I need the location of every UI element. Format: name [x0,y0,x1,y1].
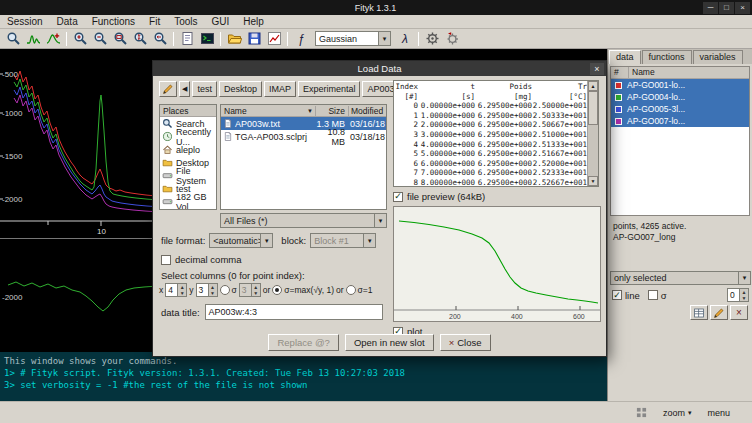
maximize-button[interactable]: □ [719,2,734,14]
places-panel[interactable]: Places Search Recently U... aleplo Deskt… [159,104,217,210]
scroll-down-icon[interactable]: ▼ [588,176,598,186]
arrow-down-icon[interactable]: ▼ [178,290,186,296]
zoom-all-button[interactable] [110,30,130,47]
file-format-select[interactable]: <automatic> ▾ [209,233,273,248]
session-script-button[interactable] [177,30,197,47]
data-title-input[interactable]: AP003w:4:3 [205,304,383,320]
file-icon [223,118,233,129]
column-header-hash[interactable]: # [611,67,629,78]
menu-item-session[interactable]: Session [0,16,50,27]
define-function-button[interactable]: ƒ [291,30,311,47]
close-button[interactable]: × [735,2,750,14]
range-mode-button[interactable] [23,30,43,47]
dataset-row[interactable]: AP-GO001-lo... [611,79,749,91]
grid-toggle-button[interactable] [632,406,651,419]
preview-scrollbar[interactable]: ▲ ▼ [587,81,598,186]
tab-variables[interactable]: variables [693,50,743,64]
save-session-button[interactable] [244,30,264,47]
place-item-recent[interactable]: Recently U... [160,130,216,143]
sigma-checkbox[interactable] [648,290,658,300]
dataset-list[interactable]: # Name AP-GO001-lo... AP-GO004-lo... AP-… [610,66,750,216]
path-segment-test[interactable]: test [192,81,217,97]
point-size-stepper[interactable]: 0 ▲▼ [727,288,749,302]
file-preview-checkbox[interactable]: ✓ [393,192,403,202]
replace-button[interactable]: Replace @? [268,334,338,351]
file-row[interactable]: TGA-AP003.sclprj 10.8 MB 03/18/18 [221,130,386,143]
stepper-arrows[interactable]: ▲▼ [177,284,186,296]
show-table-button[interactable] [690,305,708,320]
file-row[interactable]: AP003w.txt 1.3 MB 03/16/18 [221,117,386,130]
menu-item-gui[interactable]: GUI [205,16,237,27]
titlebar[interactable]: Fityk 1.3.1 ─ □ × [0,0,752,15]
file-list[interactable]: Name▼ Size Modified AP003w.txt 1.3 MB 03… [220,104,387,210]
line-checkbox[interactable]: ✓ [612,290,622,300]
auto-add-button[interactable]: λ [395,30,415,47]
edit-data-button[interactable] [710,305,728,320]
menu-item-functions[interactable]: Functions [85,16,142,27]
add-peak-mode-button[interactable] [43,30,63,47]
undo-fit-button[interactable] [442,30,462,47]
path-segment-desktop[interactable]: Desktop [219,81,262,97]
menu-item-help[interactable]: Help [236,16,271,27]
close-dialog-button[interactable]: ×Close [440,334,491,351]
tab-functions[interactable]: functions [642,50,692,64]
path-segment-imap[interactable]: IMAP [264,81,296,97]
unit-poids: [mg] [475,92,532,102]
zoom-dropdown[interactable]: zoom ▾ [659,407,696,419]
statusbar-menu-button[interactable]: menu [703,407,734,419]
function-type-select[interactable]: Gaussian ▾ [315,31,391,46]
dataset-row[interactable]: AP-GO004-lo... [611,91,749,103]
dialog-titlebar[interactable]: Load Data × [153,61,606,76]
menu-item-fit[interactable]: Fit [142,16,167,27]
x-column-stepper[interactable]: 4▲▼ [165,283,187,297]
run-fit-button[interactable] [422,30,442,47]
column-header-name[interactable]: Name▼ [221,106,315,116]
sigma-column-stepper[interactable]: 3▲▼ [239,283,261,297]
file-filter-select[interactable]: All Files (*) ▾ [220,213,387,228]
zoom-vertical-button[interactable] [130,30,150,47]
type-filename-button[interactable] [159,81,177,97]
zoom-previous-button[interactable] [150,30,170,47]
stepper-arrows[interactable]: ▲▼ [251,284,260,296]
menu-item-tools[interactable]: Tools [167,16,204,27]
y-column-stepper[interactable]: 3▲▼ [196,283,218,297]
dialog-close-button[interactable]: × [590,63,604,75]
arrow-down-icon[interactable]: ▼ [209,290,217,296]
stepper-arrows[interactable]: ▲▼ [739,289,748,301]
scroll-up-icon[interactable]: ▲ [588,81,598,91]
decimal-comma-checkbox[interactable] [161,255,171,265]
x-tick-label: 10 [97,227,106,236]
sigma-one-radio[interactable] [346,285,356,295]
arrow-down-icon[interactable]: ▼ [740,295,748,301]
column-header-modified[interactable]: Modified [348,106,384,116]
path-scroll-left-button[interactable]: ◀ [179,81,190,97]
tab-data[interactable]: data [609,50,641,64]
zoom-in-button[interactable] [70,30,90,47]
minimize-button[interactable]: ─ [703,2,718,14]
sigma-column-radio[interactable] [220,285,230,295]
path-segment-experimental[interactable]: Experimental [298,81,361,97]
scrollbar-thumb[interactable] [588,91,598,125]
delete-data-button[interactable]: × [730,305,748,320]
load-data-button[interactable] [224,30,244,47]
apply-to-select[interactable]: only selected ▾ [610,271,751,285]
stepper-arrows[interactable]: ▲▼ [208,284,217,296]
arrow-down-icon[interactable]: ▼ [252,290,260,296]
console-button[interactable] [197,30,217,47]
menu-item-data[interactable]: Data [50,16,85,27]
block-select[interactable]: Block #1 ▾ [310,233,376,248]
zoom-out-button[interactable] [90,30,110,47]
command-console[interactable]: This window shows your commands. 1> # Fi… [0,352,607,401]
dataset-row[interactable]: AP-GO005-3l... [611,103,749,115]
column-header-name[interactable]: Name [629,67,749,78]
place-item-volume[interactable]: 182 GB Vol... [160,195,216,208]
export-plot-button[interactable] [264,30,284,47]
file-size: 10.8 MB [315,127,348,147]
open-in-new-slot-button[interactable]: Open in new slot [345,334,434,351]
sigma-max-radio[interactable] [272,285,282,295]
dataset-row[interactable]: AP-GO007-lo... [611,115,749,127]
preview-table-panel[interactable]: IndextPoidsTr [#][s][mg][°C] 00.00000e+0… [393,80,599,187]
place-item-filesystem[interactable]: File System [160,169,216,182]
zoom-mode-button[interactable] [3,30,23,47]
column-header-size[interactable]: Size [315,106,348,116]
